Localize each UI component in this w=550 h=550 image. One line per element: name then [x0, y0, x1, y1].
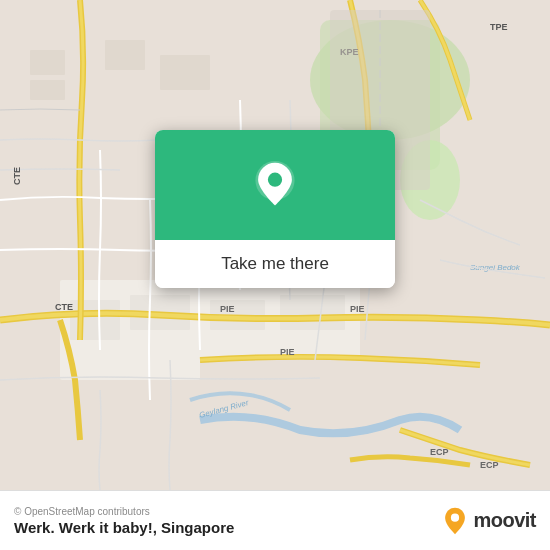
map-container: CTE CTE KPE TPE PIE PIE PIE ECP ECP Sung…	[0, 0, 550, 490]
svg-text:PIE: PIE	[280, 347, 295, 357]
svg-text:PIE: PIE	[350, 304, 365, 314]
svg-text:ECP: ECP	[480, 460, 499, 470]
take-me-there-button[interactable]: Take me there	[155, 240, 395, 288]
svg-rect-9	[280, 295, 345, 330]
card-overlay: Take me there	[155, 130, 395, 288]
card-green-section	[155, 130, 395, 240]
location-pin-icon	[251, 161, 299, 209]
svg-text:CTE: CTE	[55, 302, 73, 312]
take-me-there-label: Take me there	[221, 254, 329, 274]
svg-text:ECP: ECP	[430, 447, 449, 457]
attribution-text: © OpenStreetMap contributors	[14, 506, 234, 517]
bottom-left: © OpenStreetMap contributors Werk. Werk …	[14, 506, 234, 536]
moovit-pin-icon	[441, 507, 469, 535]
svg-text:PIE: PIE	[220, 304, 235, 314]
svg-rect-22	[30, 80, 65, 100]
svg-point-28	[268, 173, 282, 187]
moovit-brand-text: moovit	[473, 509, 536, 532]
moovit-logo: moovit	[441, 507, 536, 535]
svg-rect-23	[105, 40, 145, 70]
bottom-bar: © OpenStreetMap contributors Werk. Werk …	[0, 490, 550, 550]
svg-text:CTE: CTE	[12, 167, 22, 185]
place-name-text: Werk. Werk it baby!, Singapore	[14, 519, 234, 536]
svg-rect-24	[160, 55, 210, 90]
svg-point-29	[451, 513, 459, 521]
svg-rect-21	[30, 50, 65, 75]
svg-text:TPE: TPE	[490, 22, 508, 32]
